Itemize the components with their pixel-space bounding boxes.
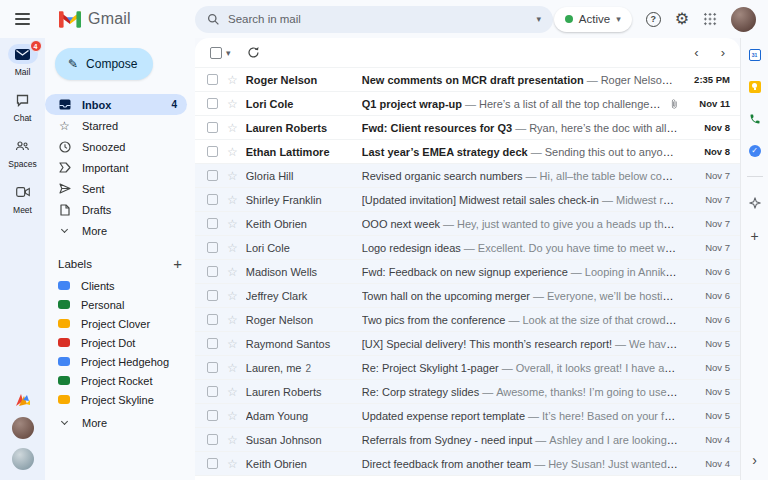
star-icon[interactable]: ☆ [227,314,238,326]
star-icon[interactable]: ☆ [227,386,238,398]
select-options-icon[interactable]: ▾ [226,48,231,58]
sidebar-item-important[interactable]: Important [45,157,187,178]
row-checkbox[interactable] [207,338,218,349]
label-item[interactable]: Project Dot [45,333,195,352]
row-checkbox[interactable] [207,218,218,229]
label-item[interactable]: Clients [45,276,195,295]
row-checkbox[interactable] [207,146,218,157]
row-checkbox[interactable] [207,458,218,469]
email-row[interactable]: ☆ Raymond Santos [UX] Special delivery! … [195,332,740,356]
email-row[interactable]: ☆ Gloria Hill Revised organic search num… [195,164,740,188]
older-page-icon[interactable]: › [721,46,725,59]
email-row[interactable]: ☆ Madison Wells Fwd: Feedback on new sig… [195,260,740,284]
email-row[interactable]: ☆ Ethan Lattimore Last year’s EMEA strat… [195,140,740,164]
email-row[interactable]: ☆ Lauren, me2 Re: Project Skylight 1-pag… [195,356,740,380]
star-icon[interactable]: ☆ [227,290,238,302]
sidebar-item-inbox[interactable]: Inbox 4 [45,94,187,115]
star-icon[interactable]: ☆ [227,362,238,374]
sidebar-item-more[interactable]: More [45,220,187,241]
calendar-icon[interactable]: 31 [748,48,761,61]
row-checkbox[interactable] [207,386,218,397]
profile-avatar[interactable] [731,7,756,32]
row-checkbox[interactable] [207,74,218,85]
newer-page-icon[interactable]: ‹ [694,46,698,59]
label-item[interactable]: Personal [45,295,195,314]
star-icon[interactable]: ☆ [227,146,238,158]
refresh-icon[interactable] [247,46,260,59]
status-selector[interactable]: Active ▾ [554,7,632,32]
compose-button[interactable]: ✎ Compose [55,48,153,80]
add-label-icon[interactable]: + [173,255,182,272]
get-addons-icon[interactable]: + [750,228,758,244]
label-color-chip [58,319,70,328]
row-checkbox[interactable] [207,314,218,325]
contact-avatar[interactable] [12,417,34,439]
settings-gear-icon[interactable]: ⚙ [675,11,689,27]
row-checkbox[interactable] [207,362,218,373]
star-icon[interactable]: ☆ [227,74,238,86]
sidebar-item-sent[interactable]: Sent [45,178,187,199]
row-checkbox[interactable] [207,242,218,253]
attachment-icon [669,99,679,109]
select-all-checkbox[interactable] [210,47,222,59]
star-icon[interactable]: ☆ [227,410,238,422]
email-row[interactable]: ☆ Lauren Roberts Fwd: Client resources f… [195,116,740,140]
label-item[interactable]: Project Skyline [45,390,195,409]
labels-more[interactable]: More [45,412,187,433]
star-icon[interactable]: ☆ [227,122,238,134]
keep-icon[interactable] [748,80,761,93]
star-icon[interactable]: ☆ [227,218,238,230]
star-icon[interactable]: ☆ [227,434,238,446]
label-item[interactable]: Project Hedgehog [45,352,195,371]
star-icon[interactable]: ☆ [227,266,238,278]
google-apps-grid-icon[interactable] [703,12,717,26]
addons-spark-icon[interactable] [748,196,761,209]
email-row[interactable]: ☆ Jeffrey Clark Town hall on the upcomin… [195,284,740,308]
label-item[interactable]: Project Rocket [45,371,195,390]
panel-expand-icon[interactable]: › [752,452,757,468]
contact-avatar[interactable] [12,448,34,470]
email-row[interactable]: ☆ Lauren Roberts Re: Corp strategy slide… [195,380,740,404]
rail-item-mail[interactable]: 4 Mail [8,44,38,77]
email-row[interactable]: ☆ Susan Johnson Referrals from Sydney - … [195,428,740,452]
search-options-icon[interactable]: ▾ [536,14,541,24]
row-checkbox[interactable] [207,170,218,181]
sidebar-item-snoozed[interactable]: Snoozed [45,136,187,157]
phone-icon[interactable] [748,112,761,125]
inbox-icon [58,99,71,110]
main-menu-icon[interactable] [0,13,45,25]
row-checkbox[interactable] [207,266,218,277]
sidebar-item-starred[interactable]: ☆ Starred [45,115,187,136]
email-row[interactable]: ☆ Keith Obrien OOO next week—Hey, just w… [195,212,740,236]
row-checkbox[interactable] [207,410,218,421]
email-row[interactable]: ☆ Keith Obrien Direct feedback from anot… [195,452,740,476]
rail-item-meet[interactable]: Meet [8,182,38,215]
rail-item-spaces[interactable]: Spaces [8,136,38,169]
row-checkbox[interactable] [207,434,218,445]
help-icon[interactable]: ? [646,12,661,27]
email-row[interactable]: ☆ Adam Young Updated expense report temp… [195,404,740,428]
email-row[interactable]: ☆ Lori Cole Logo redesign ideas—Excellen… [195,236,740,260]
star-icon[interactable]: ☆ [227,170,238,182]
star-icon[interactable]: ☆ [227,458,238,470]
topbar: Gmail Search in mail ▾ Active ▾ ? ⚙ [0,0,768,38]
row-checkbox[interactable] [207,194,218,205]
email-row[interactable]: ☆ Roger Nelson New comments on MCR draft… [195,68,740,92]
email-subject-snippet: [Updated invitation] Midwest retail sale… [362,194,678,206]
email-row[interactable]: ☆ Roger Nelson Two pics from the confere… [195,308,740,332]
star-icon[interactable]: ☆ [227,338,238,350]
email-row[interactable]: ☆ Lori Cole Q1 project wrap-up—Here’s a … [195,92,740,116]
search-bar[interactable]: Search in mail ▾ [195,6,553,33]
email-row[interactable]: ☆ Shirley Franklin [Updated invitation] … [195,188,740,212]
search-input[interactable]: Search in mail [228,13,528,25]
sidebar-item-drafts[interactable]: Drafts [45,199,187,220]
row-checkbox[interactable] [207,290,218,301]
star-icon[interactable]: ☆ [227,98,238,110]
star-icon[interactable]: ☆ [227,242,238,254]
row-checkbox[interactable] [207,98,218,109]
label-item[interactable]: Project Clover [45,314,195,333]
tasks-icon[interactable]: ✓ [748,144,761,157]
rail-item-chat[interactable]: Chat [8,90,38,123]
row-checkbox[interactable] [207,122,218,133]
star-icon[interactable]: ☆ [227,194,238,206]
